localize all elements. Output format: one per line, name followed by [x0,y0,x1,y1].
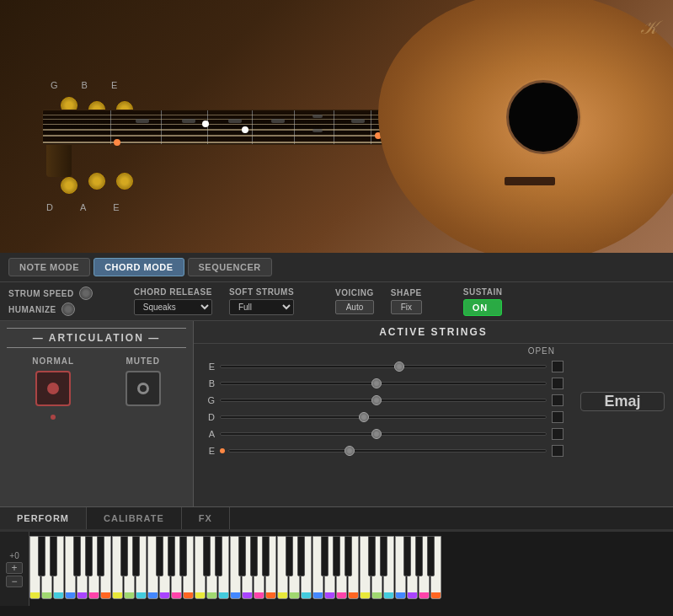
tab-calibrate[interactable]: CALIBRATE [87,507,182,529]
string-label-e-top: E [111,80,117,90]
black-key[interactable] [38,536,45,576]
tab-perform[interactable]: PERFORM [0,507,87,529]
black-key[interactable] [156,536,163,576]
black-key[interactable] [168,536,175,576]
bottom-tabs: PERFORM CALIBRATE FX [0,506,673,530]
humanize-knob[interactable] [61,303,75,316]
normal-active-dot [51,415,56,420]
black-key[interactable] [179,536,187,576]
black-key[interactable] [120,536,128,576]
black-key[interactable] [333,536,340,576]
shape-value[interactable]: Fix [391,300,422,314]
note-mode-button[interactable]: NOTE MODE [8,258,90,276]
muted-indicator [137,383,149,394]
black-key[interactable] [297,536,305,576]
string-label-g: G [51,80,58,90]
string-b-slider[interactable] [220,382,547,385]
black-key[interactable] [427,536,435,576]
string-label-d: D [46,202,53,212]
string-b-open[interactable] [552,378,564,389]
chord-display-area: Emaj [572,344,673,459]
black-key[interactable] [215,536,222,576]
black-key[interactable] [262,536,270,576]
shape-label: SHAPE [391,288,422,297]
normal-button[interactable] [35,371,71,406]
piano-keys-container [29,532,673,606]
string-row-g: G [194,392,572,409]
muted-button[interactable] [126,371,161,406]
string-a-slider[interactable] [220,432,547,436]
black-key[interactable] [368,536,376,576]
string-row-b: B [194,375,572,392]
articulation-title: — ARTICULATION — [7,328,186,348]
string-e-low-label: E [202,446,215,456]
piano-keyboard-area: +0 + − [0,530,673,606]
black-key[interactable] [238,536,246,576]
active-strings-section: ACTIVE STRINGS OPEN E B [194,321,673,506]
voicing-value[interactable]: Auto [335,300,374,314]
black-key[interactable] [345,536,352,576]
chord-mode-button[interactable]: CHORD MODE [93,258,184,276]
black-key[interactable] [203,536,211,576]
black-key[interactable] [97,536,104,576]
humanize-label: HUMANIZE [8,305,56,314]
sequencer-button[interactable]: SEQUENCER [188,258,272,276]
sustain-label: SUSTAIN [463,287,503,297]
controls-bar: STRUM SPEED HUMANIZE CHORD RELEASE Squea… [0,282,673,321]
open-header: OPEN [528,346,555,356]
octave-down-button[interactable]: − [6,576,23,587]
voicing-label: VOICING [335,288,374,297]
string-d-open[interactable] [552,411,564,423]
piano-controls: +0 + − [0,532,29,606]
string-g-open[interactable] [552,394,564,406]
soft-strums-dropdown[interactable]: Full Half Off [229,299,294,315]
string-e-high-label: E [202,362,215,372]
normal-articulation[interactable]: NORMAL [32,356,74,420]
sustain-toggle[interactable]: ON [463,299,503,316]
muted-label: MUTED [126,356,160,366]
string-label-e-bottom: E [113,202,119,212]
black-key[interactable] [415,536,423,576]
string-e-low-slider[interactable] [228,449,547,453]
string-a-label: A [202,429,215,439]
string-g-label: G [202,395,215,405]
octave-up-button[interactable]: + [6,562,23,574]
articulation-panel: — ARTICULATION — NORMAL MUTED [0,321,194,506]
octave-label: +0 [9,551,19,560]
chord-release-dropdown[interactable]: Squeaks Off [134,299,212,315]
e-low-dot [220,448,225,453]
string-e-high-open[interactable] [552,361,564,372]
black-key[interactable] [250,536,258,576]
guitar-display: G B E [0,0,673,253]
string-g-slider[interactable] [220,399,547,402]
black-key[interactable] [132,536,140,576]
black-key[interactable] [50,536,57,576]
string-row-a: A [194,426,572,442]
black-key[interactable] [380,536,387,576]
strum-speed-label: STRUM SPEED [8,289,74,298]
string-row-e-low: E [194,442,572,459]
string-label-b: B [82,80,88,90]
tab-fx[interactable]: FX [182,507,230,529]
main-content: — ARTICULATION — NORMAL MUTED ACTIVE STR… [0,321,673,506]
normal-indicator [47,383,59,394]
string-a-open[interactable] [552,428,564,440]
black-key[interactable] [286,536,293,576]
mode-bar: NOTE MODE CHORD MODE SEQUENCER [0,253,673,282]
soft-strums-label: SOFT STRUMS [229,287,294,297]
string-row-e-high: E [194,358,572,375]
string-e-high-slider[interactable] [220,365,547,368]
strum-speed-knob[interactable] [79,287,93,300]
black-key[interactable] [321,536,328,576]
normal-label: NORMAL [32,356,74,366]
string-e-low-open[interactable] [552,445,564,457]
chord-display-box[interactable]: Emaj [580,392,665,411]
black-key[interactable] [403,536,411,576]
black-key[interactable] [85,536,93,576]
muted-articulation[interactable]: MUTED [126,356,161,420]
string-label-a: A [80,202,86,212]
string-d-label: D [202,412,215,422]
active-strings-title: ACTIVE STRINGS [194,321,673,344]
black-key[interactable] [73,536,81,576]
string-d-slider[interactable] [220,415,547,419]
